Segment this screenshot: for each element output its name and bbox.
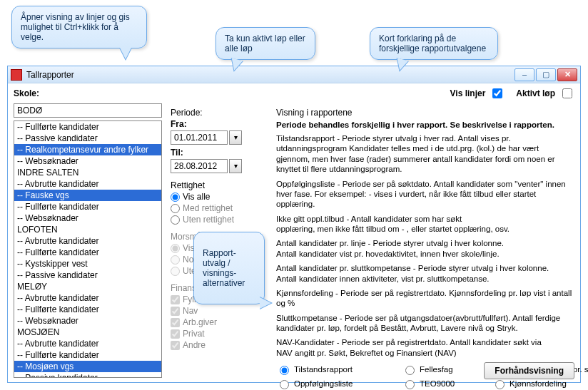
fra-date-dropdown[interactable]: ▾ [229, 130, 242, 145]
report-choice-radio[interactable] [280, 366, 289, 375]
maximize-button[interactable]: ▢ [536, 68, 556, 81]
tree-item[interactable]: MELØY [14, 281, 161, 292]
tree-item[interactable]: -- Kystskipper vest [14, 258, 161, 270]
tree-item[interactable]: -- Fullførte kandidater [14, 247, 161, 258]
finans-checkbox [171, 295, 180, 304]
close-button[interactable]: ✕ [557, 68, 577, 81]
report-choice-radio[interactable] [405, 366, 415, 375]
rettighet-heading: Rettighet [171, 180, 269, 190]
report-choice-label: Tilstandsrapport [294, 365, 353, 374]
finans-checkbox [171, 329, 180, 339]
callout-report-explain: Kort forklaring på de forskjellige rappo… [370, 27, 498, 60]
report-choice-radio[interactable] [280, 380, 289, 389]
report-description: Tilstandsrapport - Periode styrer utvalg… [276, 133, 573, 358]
report-paragraph: Sluttkompetanse - Periode ser på utgangs… [276, 313, 573, 334]
til-date-input[interactable] [171, 159, 228, 173]
report-choice-radio[interactable] [405, 380, 415, 389]
rettighet-radio[interactable] [171, 193, 180, 202]
callout-text: Rapport- utvalg / visnings- alternativer [203, 248, 245, 288]
skole-label: Skole: [14, 88, 39, 98]
report-paragraph: NAV-Kandidater - Periode ser på registre… [276, 337, 573, 358]
callout-report-selection: Rapport- utvalg / visnings- alternativer [193, 232, 265, 304]
tree-item[interactable]: -- Avbrutte kandidater [14, 338, 161, 349]
report-paragraph: Antall kandidater pr. sluttkompetanse - … [276, 263, 573, 284]
middle-column: Periode: Fra: ▾ Til: ▾ Rettighet Vis all… [165, 103, 272, 382]
tree-item[interactable]: -- Fullførte kandidater [14, 201, 161, 212]
morsmal-radio [171, 267, 180, 276]
tree-item[interactable]: LOFOTEN [14, 224, 161, 235]
rettighet-radio[interactable] [171, 204, 180, 213]
report-paragraph: Tilstandsrapport - Periode styrer utvalg… [276, 133, 573, 175]
periode-heading: Periode: [171, 108, 269, 118]
titlebar[interactable]: Tallrapporter – ▢ ✕ [8, 66, 580, 83]
callout-open-lines: Åpner visning av linjer og gis mulighet … [11, 6, 147, 48]
fra-label: Fra: [171, 119, 269, 129]
tree-item[interactable]: -- Realkompetansevur andre fylker [14, 144, 161, 155]
rettighet-opt-label: Vis alle [183, 192, 210, 202]
left-column: -- Fullførte kandidater-- Passive kandid… [8, 103, 165, 382]
window: Tallrapporter – ▢ ✕ Skole: Vis linjer Ak… [7, 66, 581, 383]
report-choice-label: TEO9000 [420, 379, 455, 388]
right-column: Visning i rapportene Periode behandles f… [272, 103, 580, 382]
report-paragraph: Antall kandidater pr. linje - Periode st… [276, 238, 573, 259]
rettighet-opt-label: Uten rettighet [183, 215, 234, 225]
tree-item[interactable]: INDRE SALTEN [14, 167, 161, 178]
periode-group: Periode: Fra: ▾ Til: ▾ [171, 108, 269, 173]
til-label: Til: [171, 148, 269, 158]
aktivt-lop-label: Aktivt løp [516, 88, 555, 98]
tree-item[interactable]: -- Fullførte kandidater [14, 121, 161, 133]
tree-item[interactable]: MOSJØEN [14, 327, 161, 338]
report-paragraph: Kjønnsfordeling - Periode ser på registr… [276, 288, 573, 309]
morsmal-radio [171, 244, 180, 253]
tree-item[interactable]: -- Passive kandidater [14, 372, 161, 378]
skole-input[interactable] [14, 103, 162, 118]
finans-opt-label: Andre [183, 340, 206, 350]
morsmal-radio [171, 255, 180, 265]
fra-date-input[interactable] [171, 130, 228, 145]
report-choice-label: Fellesfag [420, 365, 453, 374]
finans-opt-label: Arb.giver [183, 317, 217, 327]
tree-list[interactable]: -- Fullførte kandidater-- Passive kandid… [14, 120, 162, 378]
report-paragraph: Ikke gitt oppl.tilbud - Antall kandidate… [276, 214, 573, 235]
app-icon [11, 69, 22, 81]
tree-item[interactable]: -- Avbrutte kandidater [14, 292, 161, 304]
vis-linjer-label: Vis linjer [450, 88, 486, 98]
finans-checkbox [171, 307, 180, 316]
report-paragraph: Oppfølgingsliste - Periode ser på søktda… [276, 179, 573, 210]
til-date-dropdown[interactable]: ▾ [229, 159, 242, 173]
tree-item[interactable]: -- Websøknader [14, 315, 161, 327]
callout-text: Ta kun aktivt løp eller alle løp [225, 34, 305, 53]
finans-checkbox [171, 318, 180, 327]
finans-checkbox [171, 341, 180, 350]
minimize-button[interactable]: – [514, 68, 534, 81]
tree-item[interactable]: -- Avbrutte kandidater [14, 235, 161, 247]
rettighet-radio[interactable] [171, 215, 180, 225]
tree-item[interactable]: -- Websøknader [14, 155, 161, 167]
top-row: Skole: Vis linjer Aktivt løp [8, 83, 580, 103]
tree-item[interactable]: -- Fauske vgs [14, 190, 161, 201]
tree-item[interactable]: -- Passive kandidater [14, 133, 161, 144]
finans-opt-label: Nav [183, 306, 198, 316]
callout-text: Åpner visning av linjer og gis mulighet … [21, 12, 130, 42]
report-choice-label: Oppfølgingsliste [294, 379, 353, 388]
tree-item[interactable]: -- Websøknader [14, 212, 161, 224]
window-title: Tallrapporter [26, 70, 74, 80]
rettighet-group: Rettighet Vis alleMed rettighetUten rett… [171, 180, 269, 225]
tree-item[interactable]: -- Passive kandidater [14, 270, 161, 281]
finans-opt-label: Privat [183, 329, 205, 339]
tree-item[interactable]: -- Fullførte kandidater [14, 349, 161, 361]
tree-item[interactable]: -- Fullførte kandidater [14, 304, 161, 315]
report-choice-radio[interactable] [495, 380, 505, 389]
tree-item[interactable]: -- Mosjøen vgs [14, 361, 161, 372]
tree-item[interactable]: -- Avbrutte kandidater [14, 178, 161, 190]
aktivt-lop-checkbox[interactable] [562, 88, 572, 98]
callout-active-run: Ta kun aktivt løp eller alle løp [216, 27, 315, 60]
callout-text: Kort forklaring på de forskjellige rappo… [379, 34, 486, 53]
report-choice-label: Kjønnsfordeling [510, 379, 567, 388]
report-heading: Visning i rapportene [276, 108, 573, 118]
preview-button[interactable]: Forhåndsvisning [484, 362, 574, 379]
rettighet-opt-label: Med rettighet [183, 203, 233, 213]
report-lead: Periode behandles forskjellig i hver rap… [276, 120, 573, 129]
vis-linjer-checkbox[interactable] [492, 88, 502, 98]
